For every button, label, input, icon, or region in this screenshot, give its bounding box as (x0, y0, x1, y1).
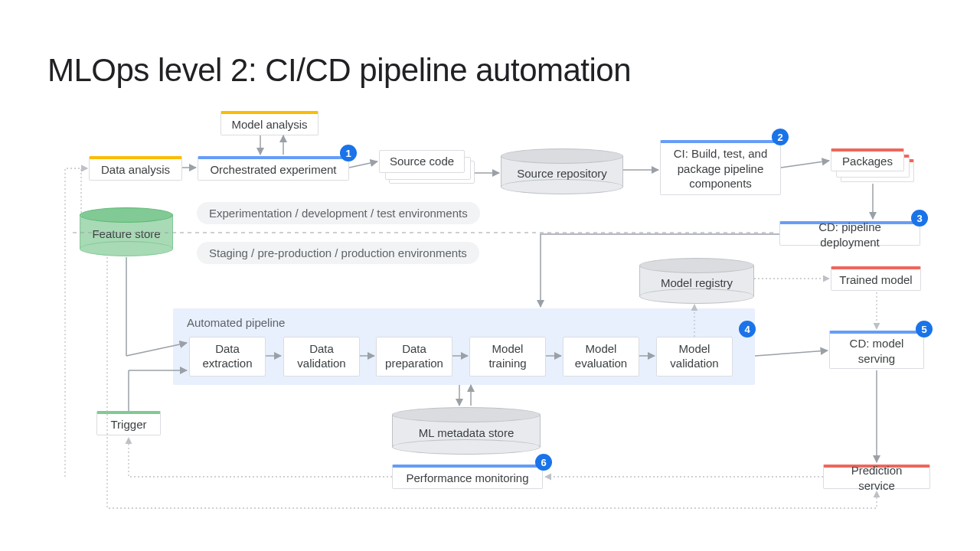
trained-model-label: Trained model (839, 272, 912, 288)
cd-serving-box: CD: model serving (829, 331, 924, 369)
ml-metadata-label: ML metadata store (392, 426, 541, 439)
badge-5: 5 (916, 321, 933, 337)
feature-store-label: Feature store (80, 227, 173, 240)
orchestrated-experiment-label: Orchestrated experiment (210, 162, 336, 178)
stage-model-evaluation: Model evaluation (563, 337, 639, 377)
badge-1: 1 (340, 145, 357, 161)
svg-line-4 (349, 161, 377, 168)
badge-2: 2 (772, 129, 789, 145)
page-title: MLOps level 2: CI/CD pipeline automation (47, 52, 631, 89)
source-repo-label: Source repository (501, 167, 623, 180)
stage-data-validation: Data validation (283, 337, 360, 377)
env-upper-label: Experimentation / development / test env… (197, 202, 480, 224)
packages-label: Packages (842, 154, 893, 169)
ci-build-label: CI: Build, test, and package pipeline co… (668, 146, 773, 191)
badge-6: 6 (535, 454, 552, 471)
env-lower-label: Staging / pre-production / production en… (197, 242, 479, 264)
data-analysis-box: Data analysis (89, 156, 182, 181)
trained-model-box: Trained model (831, 266, 921, 291)
source-code-box: Source code (379, 150, 465, 173)
stage-data-extraction: Data extraction (189, 337, 266, 377)
feature-store-db: Feature store (80, 207, 173, 256)
ml-metadata-db: ML metadata store (392, 407, 541, 455)
stage-model-training: Model training (469, 337, 546, 377)
prediction-service-label: Prediction service (831, 463, 922, 493)
stage-data-preparation-label: Data preparation (380, 342, 449, 371)
stage-model-validation-label: Model validation (660, 342, 729, 371)
ci-build-box: CI: Build, test, and package pipeline co… (660, 140, 781, 195)
svg-line-7 (781, 161, 829, 168)
prediction-service-box: Prediction service (823, 465, 930, 489)
model-registry-label: Model registry (639, 276, 754, 289)
trigger-label: Trigger (111, 417, 147, 432)
stage-model-validation: Model validation (656, 337, 733, 377)
perf-monitoring-box: Performance monitoring (392, 465, 543, 489)
source-repo-db: Source repository (501, 148, 623, 194)
model-analysis-box: Model analysis (220, 111, 318, 135)
stage-data-validation-label: Data validation (287, 342, 356, 371)
stage-data-preparation: Data preparation (376, 337, 452, 377)
automated-pipeline-title: Automated pipeline (187, 316, 285, 329)
cd-pipeline-label: CD: pipeline deployment (788, 220, 912, 249)
source-code-label: Source code (390, 154, 454, 169)
cd-serving-label: CD: model serving (838, 336, 916, 366)
stage-model-evaluation-label: Model evaluation (567, 342, 635, 371)
packages-box: Packages (831, 148, 904, 171)
stage-model-training-label: Model training (473, 342, 542, 371)
orchestrated-experiment-box: Orchestrated experiment (198, 156, 349, 181)
stage-data-extraction-label: Data extraction (193, 342, 262, 371)
model-registry-db: Model registry (639, 258, 754, 304)
svg-line-9 (755, 350, 828, 356)
badge-4: 4 (739, 321, 756, 337)
model-analysis-label: Model analysis (231, 117, 307, 132)
cd-pipeline-box: CD: pipeline deployment (779, 221, 920, 246)
trigger-box: Trigger (96, 411, 161, 435)
data-analysis-label: Data analysis (101, 162, 170, 178)
badge-3: 3 (911, 210, 928, 227)
perf-monitoring-label: Performance monitoring (406, 471, 528, 486)
